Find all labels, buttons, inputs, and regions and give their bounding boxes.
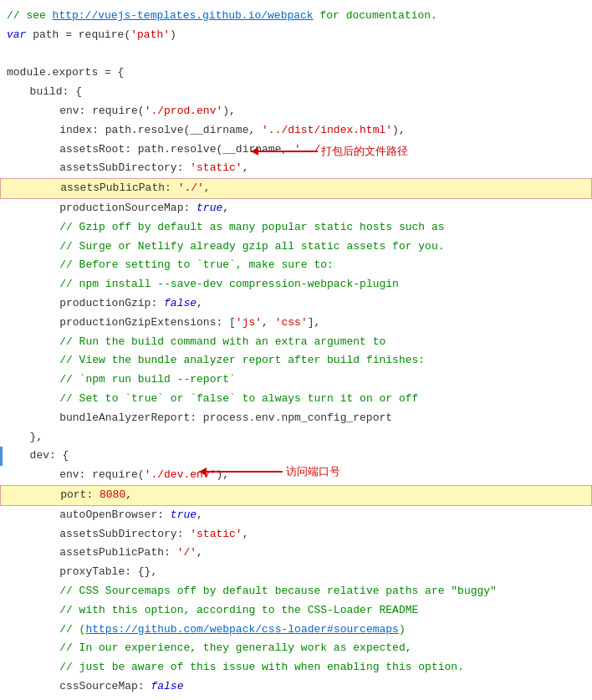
- code-line-1: // see http://vuejs-templates.github.io/…: [0, 7, 592, 26]
- code-line-17: productionGzipExtensions: ['js', 'css'],: [0, 314, 592, 333]
- code-line-26-highlighted: port: 8080,: [0, 485, 592, 506]
- code-line-7: index: path.resolve(__dirname, '../dist/…: [0, 121, 592, 141]
- code-line-14: // Before setting to `true`, make sure t…: [0, 256, 592, 275]
- code-line-27: autoOpenBrowser: true,: [0, 506, 592, 525]
- code-line-32: // with this option, according to the CS…: [0, 601, 592, 621]
- code-line-12: // Gzip off by default as many popular s…: [0, 218, 592, 238]
- code-line-35: // just be aware of this issue with when…: [0, 658, 592, 677]
- code-line-16: productionGzip: false,: [0, 294, 592, 314]
- code-line-5: build: {: [0, 83, 592, 102]
- code-line-33: // (https://github.com/webpack/css-loade…: [0, 621, 592, 640]
- code-line-19: // View the bundle analyzer report after…: [0, 351, 592, 370]
- code-line-6: env: require('./prod.env'),: [0, 102, 592, 121]
- code-line-blank1: [0, 45, 592, 64]
- css-loader-link[interactable]: https://github.com/webpack/css-loader#so…: [85, 623, 398, 636]
- code-line-25: env: require('./dev.env'),: [0, 466, 592, 485]
- code-line-34: // In our experience, they generally wor…: [0, 639, 592, 658]
- code-line-4: module.exports = {: [0, 64, 592, 83]
- code-line-24-dev: dev: {: [0, 447, 592, 466]
- code-line-36: cssSourceMap: false: [0, 677, 592, 697]
- code-line-37: }: [0, 697, 592, 700]
- code-line-30: proxyTable: {},: [0, 563, 592, 582]
- code-line-2: var path = require('path'): [0, 26, 592, 45]
- code-line-11: productionSourceMap: true,: [0, 199, 592, 218]
- code-line-9: assetsSubDirectory: 'static',: [0, 159, 592, 178]
- code-line-20: // `npm run build --report`: [0, 370, 592, 390]
- code-line-18: // Run the build command with an extra a…: [0, 333, 592, 352]
- code-line-15: // npm install --save-dev compression-we…: [0, 275, 592, 294]
- code-line-31: // CSS Sourcemaps off by default because…: [0, 582, 592, 601]
- code-line-21: // Set to `true` or `false` to always tu…: [0, 390, 592, 409]
- code-line-22: bundleAnalyzerReport: process.env.npm_co…: [0, 409, 592, 428]
- doc-link[interactable]: http://vuejs-templates.github.io/webpack: [53, 9, 314, 22]
- code-line-10-highlighted: assetsPublicPath: './​',: [0, 178, 592, 199]
- code-line-28: assetsSubDirectory: 'static',: [0, 525, 592, 544]
- code-container: // see http://vuejs-templates.github.io/…: [0, 0, 592, 700]
- code-line-29: assetsPublicPath: '/',: [0, 544, 592, 563]
- code-line-8: assetsRoot: path.resolve(__dirname, '../…: [0, 141, 592, 160]
- code-line-13: // Surge or Netlify already gzip all sta…: [0, 238, 592, 257]
- code-line-23: },: [0, 428, 592, 447]
